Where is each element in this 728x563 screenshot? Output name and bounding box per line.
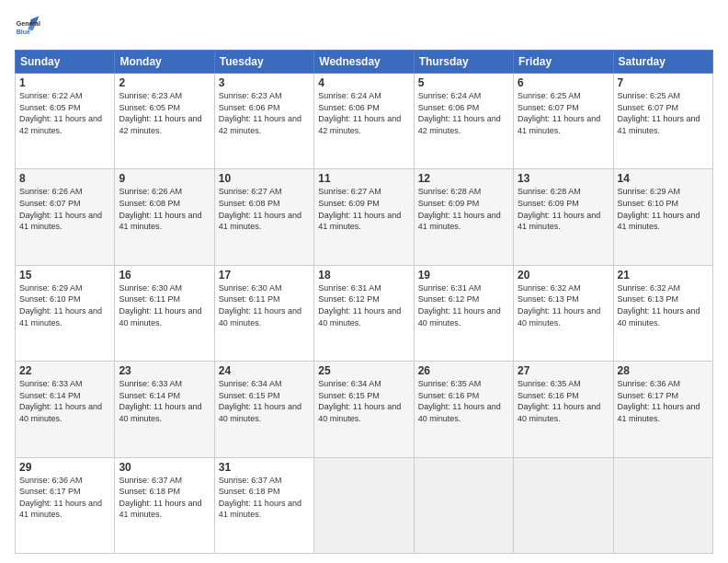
- day-info: Sunrise: 6:24 AMSunset: 6:06 PMDaylight:…: [418, 91, 501, 135]
- weekday-header-saturday: Saturday: [613, 51, 712, 74]
- calendar-day-cell: 17 Sunrise: 6:30 AMSunset: 6:11 PMDaylig…: [214, 265, 313, 361]
- day-number: 4: [318, 76, 409, 89]
- day-info: Sunrise: 6:24 AMSunset: 6:06 PMDaylight:…: [318, 91, 401, 135]
- day-info: Sunrise: 6:34 AMSunset: 6:15 PMDaylight:…: [219, 379, 301, 423]
- svg-text:Blue: Blue: [17, 29, 30, 35]
- weekday-header-tuesday: Tuesday: [214, 51, 313, 74]
- calendar-table: SundayMondayTuesdayWednesdayThursdayFrid…: [15, 50, 713, 554]
- calendar-day-cell: 30 Sunrise: 6:37 AMSunset: 6:18 PMDaylig…: [115, 457, 214, 553]
- day-info: Sunrise: 6:31 AMSunset: 6:12 PMDaylight:…: [418, 283, 501, 327]
- day-number: 21: [618, 269, 709, 282]
- calendar-day-cell: 31 Sunrise: 6:37 AMSunset: 6:18 PMDaylig…: [214, 457, 313, 553]
- day-info: Sunrise: 6:36 AMSunset: 6:17 PMDaylight:…: [19, 476, 102, 520]
- day-number: 7: [618, 76, 709, 89]
- day-info: Sunrise: 6:30 AMSunset: 6:11 PMDaylight:…: [119, 283, 201, 327]
- day-number: 15: [19, 269, 110, 282]
- calendar-day-cell: [613, 457, 712, 553]
- weekday-header-monday: Monday: [115, 51, 214, 74]
- day-number: 31: [219, 461, 310, 474]
- day-number: 18: [318, 269, 409, 282]
- logo-icon: General Blue: [15, 13, 42, 40]
- day-number: 13: [518, 172, 609, 185]
- day-number: 30: [119, 461, 210, 474]
- day-info: Sunrise: 6:33 AMSunset: 6:14 PMDaylight:…: [119, 379, 201, 423]
- day-info: Sunrise: 6:22 AMSunset: 6:05 PMDaylight:…: [19, 91, 102, 135]
- day-number: 26: [418, 364, 509, 377]
- calendar-day-cell: 15 Sunrise: 6:29 AMSunset: 6:10 PMDaylig…: [16, 265, 115, 361]
- logo: General Blue: [15, 13, 42, 40]
- day-info: Sunrise: 6:32 AMSunset: 6:13 PMDaylight:…: [518, 283, 600, 327]
- day-info: Sunrise: 6:29 AMSunset: 6:10 PMDaylight:…: [618, 187, 700, 231]
- calendar-day-cell: 14 Sunrise: 6:29 AMSunset: 6:10 PMDaylig…: [613, 169, 712, 265]
- day-number: 12: [418, 172, 509, 185]
- day-info: Sunrise: 6:28 AMSunset: 6:09 PMDaylight:…: [418, 187, 501, 231]
- day-number: 24: [219, 364, 310, 377]
- day-number: 17: [219, 269, 310, 282]
- day-number: 23: [119, 364, 210, 377]
- day-number: 3: [219, 76, 310, 89]
- calendar-day-cell: 18 Sunrise: 6:31 AMSunset: 6:12 PMDaylig…: [314, 265, 414, 361]
- calendar-day-cell: 27 Sunrise: 6:35 AMSunset: 6:16 PMDaylig…: [514, 362, 613, 457]
- day-info: Sunrise: 6:32 AMSunset: 6:13 PMDaylight:…: [618, 283, 700, 327]
- day-number: 28: [618, 364, 709, 377]
- calendar-day-cell: 3 Sunrise: 6:23 AMSunset: 6:06 PMDayligh…: [214, 74, 313, 169]
- day-number: 6: [518, 76, 609, 89]
- day-number: 10: [219, 172, 310, 185]
- weekday-header-thursday: Thursday: [414, 51, 513, 74]
- calendar-day-cell: 9 Sunrise: 6:26 AMSunset: 6:08 PMDayligh…: [115, 169, 214, 265]
- calendar-week-row: 15 Sunrise: 6:29 AMSunset: 6:10 PMDaylig…: [16, 265, 713, 361]
- day-info: Sunrise: 6:35 AMSunset: 6:16 PMDaylight:…: [418, 379, 501, 423]
- day-info: Sunrise: 6:27 AMSunset: 6:09 PMDaylight:…: [318, 187, 401, 231]
- day-info: Sunrise: 6:27 AMSunset: 6:08 PMDaylight:…: [219, 187, 301, 231]
- day-info: Sunrise: 6:23 AMSunset: 6:06 PMDaylight:…: [219, 91, 301, 135]
- day-info: Sunrise: 6:33 AMSunset: 6:14 PMDaylight:…: [19, 379, 102, 423]
- day-number: 5: [418, 76, 509, 89]
- day-info: Sunrise: 6:34 AMSunset: 6:15 PMDaylight:…: [318, 379, 401, 423]
- calendar-day-cell: 22 Sunrise: 6:33 AMSunset: 6:14 PMDaylig…: [16, 362, 115, 457]
- calendar-week-row: 8 Sunrise: 6:26 AMSunset: 6:07 PMDayligh…: [16, 169, 713, 265]
- day-number: 16: [119, 269, 210, 282]
- svg-text:General: General: [17, 20, 40, 27]
- calendar-day-cell: 29 Sunrise: 6:36 AMSunset: 6:17 PMDaylig…: [16, 457, 115, 553]
- day-number: 29: [19, 461, 110, 474]
- calendar-day-cell: 10 Sunrise: 6:27 AMSunset: 6:08 PMDaylig…: [214, 169, 313, 265]
- calendar-day-cell: 16 Sunrise: 6:30 AMSunset: 6:11 PMDaylig…: [115, 265, 214, 361]
- calendar-day-cell: 4 Sunrise: 6:24 AMSunset: 6:06 PMDayligh…: [314, 74, 414, 169]
- day-info: Sunrise: 6:25 AMSunset: 6:07 PMDaylight:…: [518, 91, 600, 135]
- day-info: Sunrise: 6:29 AMSunset: 6:10 PMDaylight:…: [19, 283, 102, 327]
- day-info: Sunrise: 6:37 AMSunset: 6:18 PMDaylight:…: [219, 476, 301, 520]
- calendar-day-cell: 8 Sunrise: 6:26 AMSunset: 6:07 PMDayligh…: [16, 169, 115, 265]
- day-number: 8: [19, 172, 110, 185]
- calendar-day-cell: 23 Sunrise: 6:33 AMSunset: 6:14 PMDaylig…: [115, 362, 214, 457]
- day-info: Sunrise: 6:25 AMSunset: 6:07 PMDaylight:…: [618, 91, 700, 135]
- day-number: 2: [119, 76, 210, 89]
- weekday-header-friday: Friday: [514, 51, 613, 74]
- page-container: General Blue SundayMondayTuesdayWednesda…: [0, 0, 728, 563]
- calendar-day-cell: 19 Sunrise: 6:31 AMSunset: 6:12 PMDaylig…: [414, 265, 513, 361]
- calendar-day-cell: 7 Sunrise: 6:25 AMSunset: 6:07 PMDayligh…: [613, 74, 712, 169]
- calendar-day-cell: [314, 457, 414, 553]
- day-info: Sunrise: 6:30 AMSunset: 6:11 PMDaylight:…: [219, 283, 301, 327]
- day-info: Sunrise: 6:37 AMSunset: 6:18 PMDaylight:…: [119, 476, 201, 520]
- calendar-day-cell: [514, 457, 613, 553]
- calendar-day-cell: [414, 457, 513, 553]
- day-info: Sunrise: 6:28 AMSunset: 6:09 PMDaylight:…: [518, 187, 600, 231]
- day-number: 20: [518, 269, 609, 282]
- calendar-day-cell: 24 Sunrise: 6:34 AMSunset: 6:15 PMDaylig…: [214, 362, 313, 457]
- day-number: 19: [418, 269, 509, 282]
- day-number: 1: [19, 76, 110, 89]
- calendar-day-cell: 12 Sunrise: 6:28 AMSunset: 6:09 PMDaylig…: [414, 169, 513, 265]
- calendar-day-cell: 6 Sunrise: 6:25 AMSunset: 6:07 PMDayligh…: [514, 74, 613, 169]
- day-info: Sunrise: 6:26 AMSunset: 6:08 PMDaylight:…: [119, 187, 201, 231]
- day-number: 11: [318, 172, 409, 185]
- calendar-week-row: 29 Sunrise: 6:36 AMSunset: 6:17 PMDaylig…: [16, 457, 713, 553]
- calendar-day-cell: 1 Sunrise: 6:22 AMSunset: 6:05 PMDayligh…: [16, 74, 115, 169]
- calendar-day-cell: 2 Sunrise: 6:23 AMSunset: 6:05 PMDayligh…: [115, 74, 214, 169]
- calendar-day-cell: 25 Sunrise: 6:34 AMSunset: 6:15 PMDaylig…: [314, 362, 414, 457]
- calendar-day-cell: 21 Sunrise: 6:32 AMSunset: 6:13 PMDaylig…: [613, 265, 712, 361]
- calendar-header-row: SundayMondayTuesdayWednesdayThursdayFrid…: [16, 51, 713, 74]
- day-number: 9: [119, 172, 210, 185]
- day-info: Sunrise: 6:26 AMSunset: 6:07 PMDaylight:…: [19, 187, 102, 231]
- calendar-week-row: 1 Sunrise: 6:22 AMSunset: 6:05 PMDayligh…: [16, 74, 713, 169]
- day-info: Sunrise: 6:35 AMSunset: 6:16 PMDaylight:…: [518, 379, 600, 423]
